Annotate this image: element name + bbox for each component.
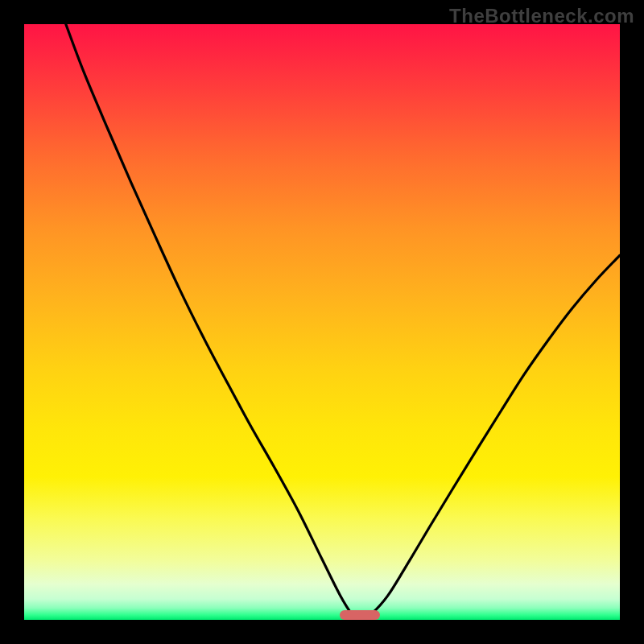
plot-area xyxy=(24,24,620,620)
bottleneck-curve xyxy=(24,24,620,620)
optimal-marker xyxy=(340,610,380,620)
chart-frame: TheBottleneck.com xyxy=(0,0,644,644)
watermark-text: TheBottleneck.com xyxy=(449,5,634,27)
